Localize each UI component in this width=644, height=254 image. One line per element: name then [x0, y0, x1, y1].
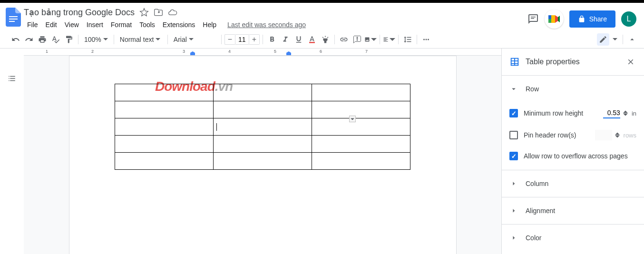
pin-header-row: Pin header row(s) rows	[502, 124, 644, 146]
comment-button[interactable]	[351, 33, 363, 46]
menu-extensions[interactable]: Extensions	[159, 19, 198, 30]
share-label: Share	[589, 15, 607, 23]
text-color-button[interactable]	[306, 33, 318, 46]
svg-rect-1	[9, 19, 18, 20]
share-button[interactable]: Share	[569, 10, 615, 28]
svg-point-10	[425, 39, 427, 40]
svg-rect-2	[9, 21, 15, 22]
indent-marker-right[interactable]	[286, 51, 291, 55]
editing-mode-button[interactable]	[597, 33, 609, 46]
hide-menus-button[interactable]	[626, 33, 638, 46]
menu-insert[interactable]: Insert	[83, 19, 107, 30]
sidebar-title: Table properties	[526, 58, 619, 66]
svg-point-11	[428, 39, 429, 40]
section-row: Row Minimum row height in Pin header row…	[502, 75, 644, 170]
more-button[interactable]	[420, 33, 432, 46]
ruler[interactable]: 1 2 3 4 5 6 7	[24, 49, 501, 56]
chevron-right-icon	[509, 179, 518, 188]
table-row	[115, 153, 410, 170]
pin-header-spinner	[615, 132, 621, 138]
section-color: Color	[502, 224, 644, 251]
move-icon[interactable]	[154, 8, 163, 17]
overflow-label: Allow row to overflow across pages	[524, 152, 636, 160]
min-row-height-input[interactable]	[603, 108, 620, 118]
avatar[interactable]: L	[621, 11, 636, 27]
mode-chevron[interactable]	[610, 33, 620, 46]
menubar: File Edit View Insert Format Tools Exten…	[24, 18, 527, 31]
underline-button[interactable]	[293, 33, 305, 46]
svg-rect-5	[548, 15, 551, 19]
chevron-right-icon	[509, 234, 518, 242]
pin-header-checkbox[interactable]	[509, 131, 518, 139]
meet-icon[interactable]	[545, 10, 564, 29]
menu-edit[interactable]: Edit	[42, 19, 60, 30]
doc-title[interactable]: Tạo bảng trong Google Docs	[24, 7, 135, 18]
menu-format[interactable]: Format	[107, 19, 135, 30]
overflow-row: Allow row to overflow across pages	[502, 146, 644, 170]
bold-button[interactable]	[266, 33, 278, 46]
chevron-right-icon	[509, 206, 518, 215]
table-icon	[509, 57, 520, 67]
highlight-button[interactable]	[319, 33, 332, 46]
close-button[interactable]	[625, 56, 636, 68]
svg-rect-6	[548, 19, 551, 23]
cloud-icon[interactable]	[168, 8, 177, 17]
print-button[interactable]	[36, 33, 49, 46]
last-edit-link[interactable]: Last edit was seconds ago	[227, 21, 306, 29]
indent-marker-left[interactable]	[190, 51, 195, 55]
cell-dropdown-icon[interactable]	[349, 116, 356, 122]
min-row-height-row: Minimum row height in	[502, 102, 644, 124]
spellcheck-button[interactable]	[49, 33, 62, 46]
table-properties-sidebar: Table properties Row Minimum row height …	[501, 49, 644, 254]
star-icon[interactable]	[139, 8, 149, 17]
menu-help[interactable]: Help	[199, 19, 220, 30]
undo-button[interactable]	[10, 33, 22, 46]
section-row-header[interactable]: Row	[502, 76, 644, 102]
align-button[interactable]	[383, 33, 395, 46]
section-alignment: Alignment	[502, 197, 644, 224]
line-spacing-button[interactable]	[401, 33, 414, 46]
image-button[interactable]	[364, 33, 377, 46]
link-button[interactable]	[338, 33, 350, 46]
font-combo[interactable]: Arial	[171, 33, 218, 46]
menu-view[interactable]: View	[61, 19, 82, 30]
document-page[interactable]: Download.vn	[69, 56, 457, 254]
italic-button[interactable]	[279, 33, 292, 46]
canvas-area[interactable]: 1 2 3 4 5 6 7 Download.vn	[24, 49, 501, 254]
table-row	[115, 118, 410, 136]
svg-rect-8	[309, 42, 315, 43]
section-column-header[interactable]: Column	[502, 170, 644, 197]
left-rail	[0, 49, 24, 254]
table-row	[115, 84, 410, 101]
menu-tools[interactable]: Tools	[136, 19, 158, 30]
section-column: Column	[502, 170, 644, 197]
outline-button[interactable]	[6, 72, 18, 85]
font-size-input[interactable]	[235, 34, 249, 45]
min-row-height-spinner[interactable]	[623, 110, 629, 116]
svg-rect-7	[551, 15, 555, 23]
paint-format-button[interactable]	[63, 33, 75, 46]
section-color-header[interactable]: Color	[502, 225, 644, 251]
font-size-decrease[interactable]: −	[224, 34, 235, 45]
svg-rect-4	[531, 18, 534, 19]
style-combo[interactable]: Normal text	[117, 33, 165, 46]
header-right: Share L	[527, 7, 640, 29]
comments-icon[interactable]	[527, 13, 539, 25]
zoom-combo[interactable]: 100%	[81, 33, 111, 46]
font-size-increase[interactable]: +	[249, 34, 260, 45]
redo-button[interactable]	[23, 33, 35, 46]
svg-rect-3	[531, 17, 536, 18]
pin-header-label: Pin header row(s)	[524, 131, 589, 139]
min-row-height-checkbox[interactable]	[509, 109, 518, 117]
svg-rect-0	[9, 16, 18, 17]
document-table[interactable]	[115, 84, 410, 170]
sidebar-header: Table properties	[502, 49, 644, 75]
menu-file[interactable]: File	[24, 19, 41, 30]
overflow-checkbox[interactable]	[509, 152, 518, 160]
section-alignment-header[interactable]: Alignment	[502, 197, 644, 224]
min-row-height-label: Minimum row height	[524, 109, 597, 117]
docs-app-icon[interactable]	[4, 8, 23, 27]
table-row	[115, 136, 410, 153]
titlebar: Tạo bảng trong Google Docs File Edit Vie…	[0, 0, 644, 30]
chevron-down-icon	[509, 85, 518, 93]
